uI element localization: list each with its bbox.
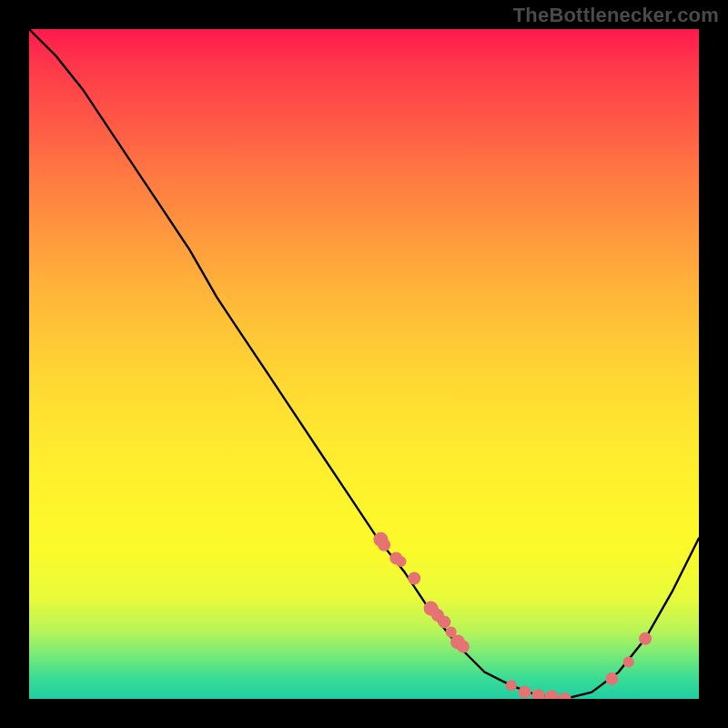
highlight-point (519, 686, 531, 699)
highlight-point (378, 539, 390, 551)
highlight-point (639, 632, 652, 645)
highlight-point (457, 641, 470, 653)
highlight-point (408, 572, 420, 585)
highlight-point (605, 672, 618, 685)
bottleneck-curve (29, 29, 699, 699)
highlight-point (623, 657, 634, 668)
highlight-point (506, 680, 517, 691)
highlight-points-group (373, 532, 652, 699)
watermark-text: TheBottlenecker.com (513, 4, 719, 27)
plot-area (29, 29, 699, 699)
highlight-point (531, 689, 544, 699)
chart-frame: TheBottlenecker.com (0, 0, 728, 728)
highlight-point (438, 615, 450, 628)
highlight-point (396, 556, 407, 567)
highlight-point (559, 693, 571, 699)
highlight-point (544, 691, 559, 700)
chart-svg (29, 29, 699, 699)
